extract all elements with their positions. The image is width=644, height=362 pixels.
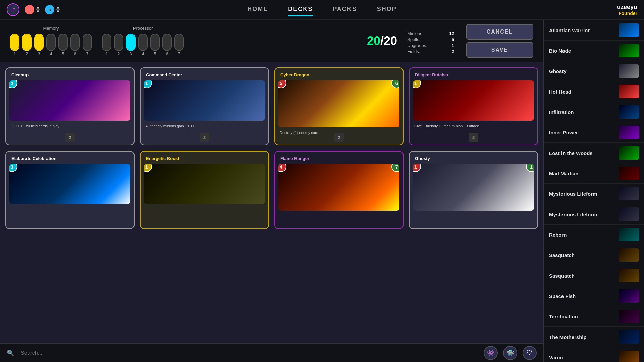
card-command-center[interactable]: Command Center 1 All friendly minions ga… — [140, 67, 269, 145]
thumb-bio-nade — [619, 44, 639, 57]
card-title-butcher: Diligent Butcher — [413, 71, 534, 78]
thumb-mothership — [619, 330, 639, 344]
list-item-terrification[interactable]: Terrification — [544, 306, 644, 327]
card-elaborate[interactable]: Elaborate Celebration 3 — [5, 151, 135, 229]
deck-max: 20 — [384, 34, 397, 48]
card-image-flame: 1 4 7 — [278, 164, 399, 211]
currency-group-2: ⊙ 0 — [45, 5, 60, 14]
list-item-mysterious-lifeform-2[interactable]: Mysterious Lifeform — [544, 204, 644, 225]
thumb-space-fish — [619, 289, 639, 303]
list-item-infiltration[interactable]: Infiltration — [544, 102, 644, 122]
pip-m4 — [46, 34, 56, 51]
card-title-command: Command Center — [144, 71, 265, 78]
pip-group-m1: 1 — [10, 34, 19, 56]
card-mana-elaborate: 3 — [9, 164, 17, 172]
list-item-mad-martian[interactable]: Mad Martian — [544, 163, 644, 184]
cards-grid: Cleanup 2 DELETE all field cards in play… — [0, 62, 543, 343]
pip-group-p2: 2 — [114, 34, 123, 56]
pip-m2 — [22, 34, 32, 51]
nav-home[interactable]: HOME — [247, 3, 268, 16]
list-item-ghosty[interactable]: Ghosty — [544, 61, 644, 81]
card-cleanup[interactable]: Cleanup 2 DELETE all field cards in play… — [5, 67, 135, 145]
pip-group-p3: 3 — [126, 34, 136, 56]
thumb-sasquatch-2 — [619, 269, 639, 282]
pip-p3 — [126, 34, 136, 51]
card-hp-cyber: 6 — [391, 80, 399, 88]
card-image-energetic: 1 — [144, 164, 265, 204]
card-image-ghosty: 1 1 1 — [413, 164, 534, 211]
nav-left: 17 0 ⊙ 0 — [7, 3, 60, 16]
currency-value-2: 0 — [56, 6, 60, 13]
pip-m6 — [70, 34, 80, 51]
card-count-cleanup: 2 — [65, 133, 75, 142]
list-item-lost-in-woods[interactable]: Lost in the Woods — [544, 143, 644, 163]
card-flame-ranger[interactable]: Flame Ranger 1 4 7 — [274, 151, 404, 229]
cancel-button[interactable]: CANCEL — [466, 24, 533, 40]
deck-count: 20/20 — [367, 34, 397, 48]
alien-filter-btn[interactable]: 👾 — [484, 346, 498, 360]
pip-group-m4: 4 — [46, 34, 56, 56]
player-icon: 17 — [7, 3, 19, 16]
user-rank: Founder — [617, 11, 637, 16]
search-input[interactable] — [21, 350, 477, 356]
list-item-hot-head[interactable]: Hot Head — [544, 81, 644, 102]
card-image-command: 1 — [144, 80, 265, 121]
pip-group-m7: 7 — [83, 34, 92, 56]
nav-decks[interactable]: DECKS — [288, 3, 313, 16]
pip-group-m2: 2 — [22, 34, 32, 56]
pip-p6 — [162, 34, 172, 51]
shield-filter-btn[interactable]: 🛡 — [523, 346, 537, 360]
card-mana-cleanup: 2 — [9, 80, 17, 88]
card-count-command: 2 — [200, 133, 209, 142]
save-button[interactable]: SAVE — [466, 42, 533, 58]
card-energetic-boost[interactable]: Energetic Boost 1 — [140, 151, 269, 229]
nav-packs[interactable]: PACKS — [333, 3, 357, 16]
card-hp-ghosty: 1 — [526, 164, 534, 172]
pip-group-m5: 5 — [58, 34, 68, 56]
processor-label: Processor — [102, 26, 184, 31]
card-ghosty[interactable]: Ghosty 1 1 1 — [409, 151, 538, 229]
list-item-mothership[interactable]: The Mothership — [544, 327, 644, 347]
card-image-cyber: 3 6 5 6 — [278, 80, 399, 127]
list-item-reborn[interactable]: Reborn — [544, 225, 644, 245]
pip-group-p7: 7 — [174, 34, 184, 56]
card-atk-flame: 4 — [278, 164, 286, 172]
pip-group-p5: 5 — [150, 34, 160, 56]
header-row: Memory 1 2 3 — [7, 24, 537, 58]
card-diligent-butcher[interactable]: Diligent Butcher 1 Give 1 friendly Human… — [409, 67, 538, 145]
pip-m3 — [34, 34, 44, 51]
card-atk-cyber: 5 — [278, 80, 286, 88]
pip-p7 — [174, 34, 184, 51]
pip-group-p4: 4 — [138, 34, 148, 56]
card-hp-flame: 7 — [391, 164, 399, 172]
list-item-sasquatch-2[interactable]: Sasquatch — [544, 265, 644, 286]
pip-p4 — [138, 34, 148, 51]
card-title-cleanup: Cleanup — [9, 71, 130, 78]
card-title-flame: Flame Ranger — [278, 155, 399, 162]
card-desc-elaborate — [9, 206, 130, 218]
list-item-sasquatch-1[interactable]: Sasquatch — [544, 245, 644, 265]
list-item-bio-nade[interactable]: Bio Nade — [544, 41, 644, 61]
card-cyber-dragon[interactable]: Cyber Dragon 3 6 5 6 Destroy (1) enemy c… — [274, 67, 404, 145]
list-item-inner-power[interactable]: Inner Power — [544, 122, 644, 143]
thumb-terrification — [619, 310, 639, 323]
card-mana-energetic: 1 — [144, 164, 152, 172]
list-item-space-fish[interactable]: Space Fish — [544, 286, 644, 306]
processor-pips: 1 2 3 4 — [102, 34, 184, 56]
pip-m5 — [58, 34, 68, 51]
memory-label: Memory — [10, 26, 92, 31]
thumb-ghosty-list — [619, 64, 639, 78]
thumb-lost-woods — [619, 146, 639, 160]
nav-shop[interactable]: SHOP — [377, 3, 397, 16]
list-item-varon-1[interactable]: Varon — [544, 347, 644, 362]
pip-p5 — [150, 34, 160, 51]
memory-pips: 1 2 3 4 — [10, 34, 92, 56]
deck-mini-stats: Minions: 12 Spells: 5 Upgrades: 1 Fiel — [407, 31, 454, 54]
card-image-butcher: 1 — [413, 80, 534, 121]
list-item-atlantian-warrior[interactable]: Atlantian Warrior — [544, 20, 644, 41]
thumb-inner-power — [619, 126, 639, 139]
list-item-mysterious-lifeform-1[interactable]: Mysterious Lifeform — [544, 184, 644, 204]
thumb-mysterious-lifeform-1 — [619, 187, 639, 200]
bottom-bar: 🔍 👾 🛸 🛡 — [0, 343, 543, 362]
ship-filter-btn[interactable]: 🛸 — [503, 346, 517, 360]
